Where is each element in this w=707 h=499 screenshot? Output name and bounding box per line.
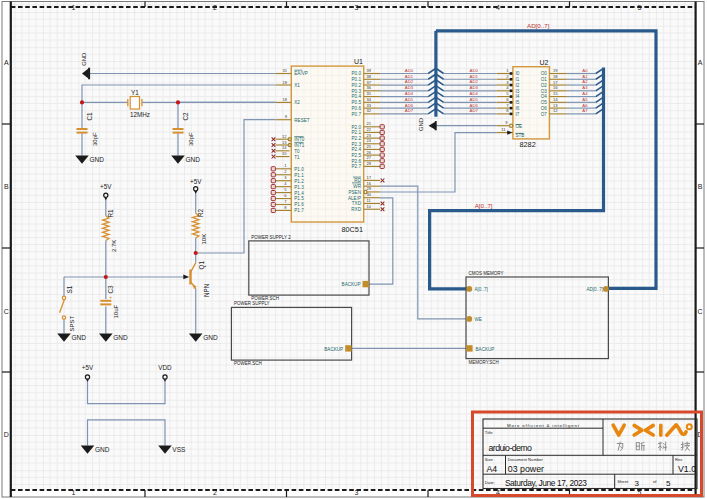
svg-text:O2: O2 [541,83,548,88]
svg-text:30: 30 [367,192,372,197]
svg-text:A7: A7 [582,108,588,113]
svg-text:5: 5 [666,479,671,488]
svg-text:I3: I3 [516,89,520,94]
svg-text:P0.4: P0.4 [352,94,362,99]
svg-text:18: 18 [553,74,558,79]
svg-text:2: 2 [213,489,217,496]
svg-text:AD1: AD1 [470,74,479,79]
svg-text:Sheet: Sheet [617,479,629,484]
svg-text:AD2: AD2 [405,79,414,84]
svg-text:O7: O7 [541,112,548,117]
svg-text:EA/VP: EA/VP [294,71,308,76]
svg-text:GND: GND [186,156,201,163]
svg-text:BACKUP: BACKUP [324,347,343,352]
svg-text:AD0: AD0 [405,68,414,73]
svg-text:21: 21 [367,121,372,126]
svg-text:Title: Title [485,430,493,435]
svg-text:P2.3: P2.3 [352,142,362,147]
svg-text:T0: T0 [294,149,300,154]
svg-text:AD0: AD0 [470,68,479,73]
svg-text:C: C [697,308,702,315]
svg-text:I7: I7 [516,112,520,117]
svg-text:P2.1: P2.1 [352,130,362,135]
svg-text:P2.6: P2.6 [352,159,362,164]
svg-text:POWER SUPPLY 2: POWER SUPPLY 2 [251,235,291,240]
svg-text:WR: WR [353,184,361,189]
svg-text:14: 14 [553,97,558,102]
svg-text:C3: C3 [107,285,114,294]
svg-text:GND: GND [72,334,87,341]
svg-text:2.7K: 2.7K [111,240,117,252]
svg-text:P1.3: P1.3 [294,185,304,190]
svg-text:INT1: INT1 [294,143,304,148]
svg-text:1: 1 [72,489,76,496]
svg-text:O6: O6 [541,106,548,111]
svg-text:8282: 8282 [520,140,536,149]
svg-text:30pF: 30pF [92,132,98,146]
svg-text:32: 32 [367,108,372,113]
svg-text:GND: GND [418,118,424,131]
svg-text:C: C [4,308,9,315]
svg-text:+5V: +5V [100,183,112,190]
svg-text:P0.6: P0.6 [352,106,362,111]
svg-text:5: 5 [638,4,642,11]
svg-text:I0: I0 [516,71,520,76]
svg-text:P0.7: P0.7 [352,112,362,117]
svg-text:29: 29 [367,186,372,191]
svg-text:17: 17 [553,80,558,85]
svg-text:Y1: Y1 [131,89,139,96]
svg-text:P1.5: P1.5 [294,196,304,201]
svg-text:AD1: AD1 [405,74,414,79]
svg-text:GND: GND [203,334,218,341]
svg-text:4: 4 [496,4,500,11]
svg-text:U1: U1 [354,58,363,65]
svg-text:A3: A3 [582,85,588,90]
svg-text:Document Number: Document Number [508,457,544,462]
svg-text:34: 34 [367,97,372,102]
svg-text:CMOS MEMORY: CMOS MEMORY [469,271,504,276]
svg-text:P0.2: P0.2 [352,83,362,88]
svg-text:31: 31 [282,68,287,73]
svg-text:15: 15 [553,91,558,96]
svg-text:A1: A1 [582,74,588,79]
svg-text:R2: R2 [197,208,204,217]
svg-text:O4: O4 [541,94,548,99]
svg-text:B: B [698,183,703,190]
svg-text:P1.1: P1.1 [294,173,304,178]
svg-text:V1.0: V1.0 [678,464,696,474]
svg-text:3: 3 [635,479,640,488]
svg-text:AD3: AD3 [470,85,479,90]
svg-text:VSS: VSS [172,446,186,453]
svg-text:38: 38 [367,74,372,79]
svg-text:22: 22 [367,127,372,132]
svg-text:P2.4: P2.4 [352,147,362,152]
svg-text:AD3: AD3 [405,85,414,90]
svg-text:I5: I5 [516,100,520,105]
svg-text:13: 13 [282,140,287,145]
svg-text:MEMORY.SCH: MEMORY.SCH [469,360,499,365]
svg-text:11: 11 [501,127,506,132]
svg-text:U2: U2 [540,59,549,66]
svg-text:35: 35 [367,91,372,96]
svg-text:16: 16 [367,181,372,186]
svg-text:AD7: AD7 [405,108,414,113]
svg-text:ALE/P: ALE/P [348,196,361,201]
svg-text:AD5: AD5 [470,97,479,102]
svg-text:36: 36 [367,85,372,90]
svg-text:AD[0..7]: AD[0..7] [586,287,603,292]
svg-text:A4: A4 [582,91,588,96]
svg-text:A: A [698,59,703,66]
svg-text:10uF: 10uF [113,304,119,318]
svg-text:I4: I4 [516,94,520,99]
svg-text:GND: GND [90,156,105,163]
svg-text:25: 25 [367,144,372,149]
svg-text:18: 18 [282,97,287,102]
svg-text:2: 2 [213,4,217,11]
svg-text:TXD: TXD [352,201,362,206]
svg-text:+5V: +5V [82,364,94,371]
svg-text:BACKUP: BACKUP [342,282,361,287]
svg-text:14: 14 [282,145,287,150]
svg-text:S1: S1 [66,285,73,293]
svg-text:WE: WE [475,317,482,322]
svg-text:12MHz: 12MHz [130,111,150,118]
